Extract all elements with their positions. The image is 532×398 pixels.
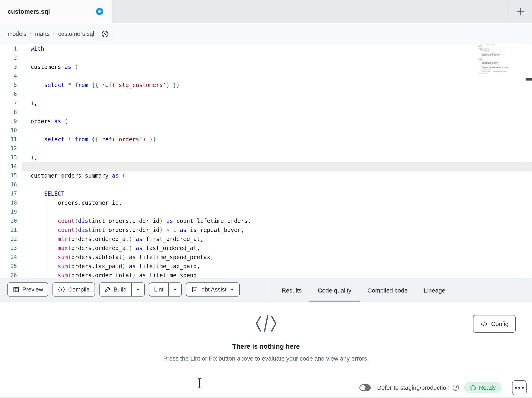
code-line-26[interactable]: 26 sum(orders.order_total) as lifetime_s…: [0, 271, 532, 278]
build-button[interactable]: Build: [100, 283, 132, 296]
plus-icon: [516, 7, 525, 16]
code-line-22[interactable]: 22 min(orders.ordered_at) as first_order…: [0, 235, 532, 244]
code-line-3[interactable]: 3customers as (: [0, 62, 532, 72]
config-button[interactable]: Config: [473, 315, 516, 333]
line-number: 16: [0, 180, 22, 189]
ibeam-cursor: [197, 378, 202, 389]
code-line-15[interactable]: 15customer_orders_summary as (: [0, 171, 532, 180]
lint-button[interactable]: Lint: [149, 283, 168, 296]
line-number: 24: [0, 253, 22, 262]
code-line-25[interactable]: 25 sum(orders.tax_paid) as lifetime_tax_…: [0, 262, 532, 271]
line-number: 2: [0, 53, 22, 62]
assist-chat-sparkle-icon: [191, 286, 199, 293]
code-line-18[interactable]: 18 orders.customer_id,: [0, 198, 532, 207]
ready-status-badge: Ready: [464, 382, 502, 393]
empty-state-title: There is nothing here: [0, 343, 532, 350]
editor-lines: 1with23customers as (45 select * from {{…: [0, 44, 532, 278]
empty-state-subtitle: Press the Lint or Fix button above to ev…: [0, 355, 532, 362]
tab-lineage[interactable]: Lineage: [424, 278, 445, 303]
editor-scrollbar-thumb[interactable]: [526, 78, 532, 80]
code-line-1[interactable]: 1with: [0, 44, 532, 53]
line-number: 8: [0, 108, 22, 117]
dbt-ide-window: { "tab_bar": { "tab_title": "customers.s…: [0, 0, 532, 398]
status-circle-icon: [470, 385, 476, 390]
code-line-19[interactable]: 19: [0, 207, 532, 216]
tab-title: customers.sql: [8, 8, 50, 15]
compile-label: Compile: [68, 286, 89, 293]
breadcrumb-separator: ›: [30, 31, 32, 37]
tab-results[interactable]: Results: [282, 278, 302, 303]
code-line-11[interactable]: 11 select * from {{ ref('orders') }}: [0, 135, 532, 144]
code-line-2[interactable]: 2: [0, 53, 532, 62]
code-line-6[interactable]: 6: [0, 90, 532, 99]
chevron-down-icon: [172, 287, 177, 292]
compile-button[interactable]: Compile: [52, 282, 95, 297]
line-number: 14: [0, 162, 22, 171]
breadcrumb: models › marts › customers.sql: [8, 23, 94, 44]
editor-minimap[interactable]: withcustomers as ( select * from {{ ref(…: [478, 43, 524, 93]
code-line-17[interactable]: 17 SELECT: [0, 189, 532, 198]
code-line-13[interactable]: 13),: [0, 153, 532, 162]
more-options-button[interactable]: [512, 380, 526, 395]
line-number: 11: [0, 135, 22, 144]
table-icon: [13, 286, 19, 293]
defer-toggle[interactable]: [359, 384, 371, 391]
breadcrumb-file[interactable]: customers.sql: [58, 31, 94, 37]
line-number: 4: [0, 72, 22, 80]
preview-button[interactable]: Preview: [7, 282, 48, 297]
breadcrumb-models[interactable]: models: [8, 31, 26, 37]
code-icon: [0, 314, 532, 333]
line-number: 7: [0, 99, 22, 108]
modified-indicator-dot: [96, 8, 103, 15]
line-number: 5: [0, 80, 22, 90]
code-line-12[interactable]: 12: [0, 144, 532, 153]
line-number: 9: [0, 117, 22, 126]
new-tab-button[interactable]: [514, 6, 526, 18]
code-line-14[interactable]: 14: [0, 162, 532, 171]
ready-label: Ready: [479, 385, 496, 391]
tab-code-quality[interactable]: Code quality: [318, 278, 351, 303]
build-label: Build: [114, 286, 127, 293]
code-line-7[interactable]: 7),: [0, 99, 532, 108]
line-number: 15: [0, 171, 22, 180]
config-label: Config: [491, 320, 509, 327]
line-number: 1: [0, 44, 22, 53]
code-line-24[interactable]: 24 sum(orders.subtotal) as lifetime_spen…: [0, 253, 532, 262]
line-number: 22: [0, 235, 22, 244]
code-line-20[interactable]: 20 count(distinct orders.order_id) as co…: [0, 216, 532, 225]
tab-customers-sql[interactable]: customers.sql: [0, 0, 112, 23]
line-number: 17: [0, 189, 22, 198]
chevron-down-icon: [229, 287, 234, 292]
tab-compiled-code[interactable]: Compiled code: [367, 278, 408, 303]
code-line-9[interactable]: 9orders as (: [0, 117, 532, 126]
compass-lineage-button[interactable]: [98, 27, 112, 41]
line-number: 10: [0, 126, 22, 135]
build-split-button: Build: [99, 282, 145, 297]
lint-dropdown-toggle[interactable]: [168, 283, 181, 296]
bottom-toolbar-row: Preview Compile Build: [0, 278, 532, 302]
code-icon: [58, 287, 65, 292]
status-bar: Defer to staging/production Ready: [0, 378, 532, 397]
line-number: 6: [0, 90, 22, 99]
minimap-lines: withcustomers as ( select * from {{ ref(…: [478, 43, 524, 74]
code-line-16[interactable]: 16: [0, 180, 532, 189]
code-line-4[interactable]: 4: [0, 72, 532, 80]
code-line-5[interactable]: 5 select * from {{ ref('stg_customers') …: [0, 80, 532, 90]
chevron-down-icon: [135, 287, 141, 292]
code-editor[interactable]: 1with23customers as (45 select * from {{…: [0, 44, 532, 278]
line-number: 3: [0, 62, 22, 72]
code-line-21[interactable]: 21 count(distinct orders.order_id) > 1 a…: [0, 225, 532, 235]
dbt-assist-button[interactable]: dbt Assist: [186, 282, 240, 297]
lint-label: Lint: [154, 286, 164, 293]
breadcrumb-separator: ›: [53, 31, 55, 37]
build-dropdown-toggle[interactable]: [131, 283, 144, 296]
action-buttons: Preview Compile Build: [7, 282, 240, 297]
breadcrumb-marts[interactable]: marts: [35, 31, 50, 37]
code-line-23[interactable]: 23 max(orders.ordered_at) as last_ordere…: [0, 244, 532, 253]
code-quality-panel: There is nothing here Press the Lint or …: [0, 302, 532, 378]
help-icon[interactable]: [452, 384, 459, 391]
code-line-10[interactable]: 10: [0, 126, 532, 135]
bottom-edge: [0, 397, 532, 398]
code-line-8[interactable]: 8: [0, 108, 532, 117]
code-icon: [480, 321, 488, 326]
